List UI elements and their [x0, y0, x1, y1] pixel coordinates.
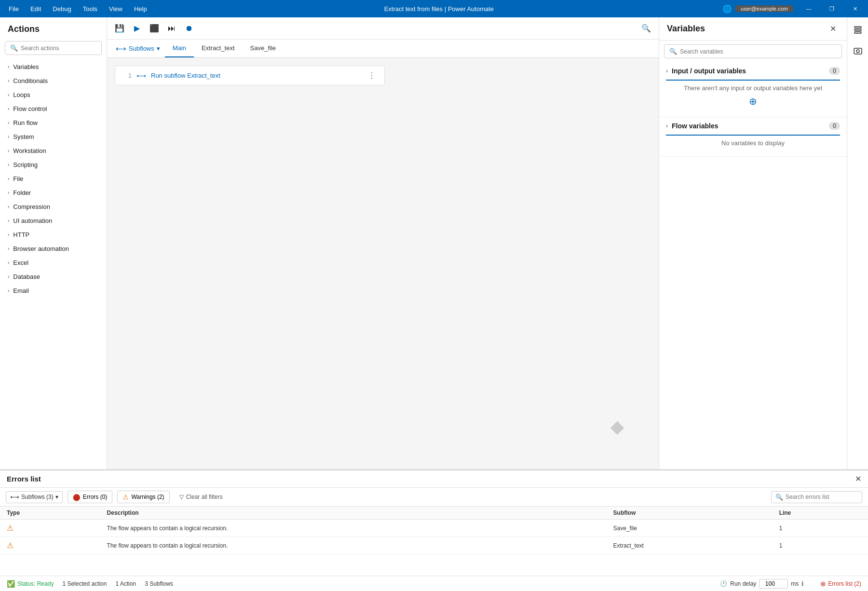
add-variable-button[interactable]: ⊕ — [666, 96, 840, 107]
record-button[interactable]: ⏺ — [181, 21, 197, 36]
layers-icon-button[interactable] — [849, 21, 867, 39]
minimize-button[interactable]: — — [798, 1, 820, 16]
flow-vars-header[interactable]: › Flow variables 0 — [659, 117, 847, 135]
actions-title: Actions — [0, 17, 107, 38]
close-button[interactable]: ✕ — [844, 1, 866, 16]
variables-search-input[interactable] — [680, 48, 837, 55]
action-item-label: Scripting — [13, 161, 38, 168]
canvas-search-button[interactable]: 🔍 — [638, 21, 654, 36]
action-item-ui-automation[interactable]: › UI automation — [0, 214, 107, 228]
errors-filter-button[interactable]: ⬤ Errors (0) — [68, 491, 113, 503]
action-item-label: UI automation — [13, 217, 52, 224]
subflows-icon: ⟷ — [116, 44, 126, 53]
chevron-icon: › — [8, 218, 9, 223]
action-item-folder[interactable]: › Folder — [0, 186, 107, 200]
action-item-label: Workstation — [13, 147, 46, 154]
step-button[interactable]: ⏭ — [164, 21, 179, 36]
window-title: Extract text from files | Power Automate — [156, 5, 722, 13]
action-item-label: Loops — [13, 91, 30, 98]
menu-help[interactable]: Help — [129, 3, 152, 14]
actions-list: › Variables › Conditionals › Loops › Flo… — [0, 60, 107, 469]
tab-extract-text[interactable]: Extract_text — [194, 40, 243, 57]
action-item-loops[interactable]: › Loops — [0, 88, 107, 102]
action-item-run-flow[interactable]: › Run flow — [0, 116, 107, 130]
table-row[interactable]: ⚠ The flow appears to contain a logical … — [0, 520, 868, 537]
status-ready: ✅ Status: Ready — [7, 580, 54, 588]
menu-file[interactable]: File — [4, 3, 24, 14]
save-button[interactable]: 💾 — [112, 21, 127, 36]
warnings-filter-button[interactable]: ⚠ Warnings (2) — [117, 491, 169, 503]
action-item-browser-automation[interactable]: › Browser automation — [0, 242, 107, 256]
variables-panel: Variables ✕ 🔍 › Input / output variables… — [659, 17, 847, 469]
subflows-filter-button[interactable]: ⟷ Subflows (3) ▾ — [6, 491, 63, 503]
action-item-compression[interactable]: › Compression — [0, 200, 107, 214]
subflows-button[interactable]: ⟷ Subflows ▾ — [111, 41, 165, 57]
menu-debug[interactable]: Debug — [48, 3, 76, 14]
action-item-label: Browser automation — [13, 245, 69, 252]
step-label: Run subflow Extract_text — [151, 72, 220, 79]
errors-list-link[interactable]: ⊗ Errors list (2) — [820, 580, 861, 588]
step-menu-button[interactable]: ⋮ — [366, 71, 378, 80]
action-item-email[interactable]: › Email — [0, 284, 107, 298]
action-item-database[interactable]: › Database — [0, 270, 107, 284]
section-count: 0 — [829, 122, 840, 130]
error-line: 1 — [773, 520, 868, 537]
action-item-system[interactable]: › System — [0, 130, 107, 144]
image-icon-button[interactable] — [849, 42, 867, 60]
action-item-label: Email — [13, 287, 29, 294]
chevron-icon: › — [8, 288, 9, 293]
action-item-variables[interactable]: › Variables — [0, 60, 107, 74]
svg-point-4 — [856, 50, 859, 53]
action-item-label: Database — [13, 273, 40, 280]
variables-search-box[interactable]: 🔍 — [664, 44, 842, 58]
action-item-conditionals[interactable]: › Conditionals — [0, 74, 107, 88]
error-description: The flow appears to contain a logical re… — [100, 537, 607, 554]
tabs-bar: ⟷ Subflows ▾ Main Extract_text Save_file — [107, 40, 659, 58]
clear-filters-button[interactable]: ▽ Clear all filters — [175, 492, 228, 502]
run-delay-section: 🕐 Run delay ms ℹ — [720, 579, 804, 589]
window-controls: — ❐ ✕ — [798, 1, 868, 16]
action-item-label: Folder — [13, 189, 31, 196]
input-output-vars-section: › Input / output variables 0 There aren'… — [659, 62, 847, 117]
action-item-http[interactable]: › HTTP — [0, 228, 107, 242]
subflows-chevron-icon: ▾ — [157, 45, 160, 52]
run-delay-input[interactable] — [759, 579, 788, 589]
input-output-vars-header[interactable]: › Input / output variables 0 — [659, 62, 847, 80]
run-button[interactable]: ▶ — [129, 21, 145, 36]
variables-header: Variables ✕ — [659, 17, 847, 41]
action-item-workstation[interactable]: › Workstation — [0, 144, 107, 158]
table-row[interactable]: ⚠ The flow appears to contain a logical … — [0, 537, 868, 554]
action-count: 1 Action — [115, 580, 136, 587]
action-item-excel[interactable]: › Excel — [0, 256, 107, 270]
menu-tools[interactable]: Tools — [78, 3, 102, 14]
tab-save-file[interactable]: Save_file — [243, 40, 284, 57]
col-line: Line — [773, 507, 868, 520]
action-item-flow-control[interactable]: › Flow control — [0, 102, 107, 116]
errors-link-label: Errors list (2) — [828, 580, 861, 587]
maximize-button[interactable]: ❐ — [821, 1, 843, 16]
section-chevron-icon: › — [666, 68, 668, 74]
errors-search-input[interactable] — [786, 494, 858, 500]
actions-search-box[interactable]: 🔍 — [5, 41, 102, 55]
tab-main[interactable]: Main — [165, 40, 194, 57]
errors-close-button[interactable]: ✕ — [855, 474, 861, 483]
stop-button[interactable]: ⬛ — [147, 21, 162, 36]
clock-icon: 🕐 — [720, 580, 727, 587]
chevron-icon: › — [8, 92, 9, 97]
flow-step-1[interactable]: 1 ⟷ Run subflow Extract_text ⋮ — [115, 66, 385, 85]
selected-action-count: 1 Selected action — [62, 580, 107, 587]
actions-search-input[interactable] — [21, 45, 96, 52]
errors-search-box[interactable]: 🔍 — [771, 491, 862, 503]
subflows-count: 3 Subflows — [145, 580, 173, 587]
menu-edit[interactable]: Edit — [26, 3, 46, 14]
flow-vars-body: No variables to display — [659, 136, 847, 152]
chevron-icon: › — [8, 64, 9, 69]
subflows-label: Subflows — [129, 45, 154, 52]
run-delay-label: Run delay — [730, 580, 756, 587]
filter-icon: ▽ — [179, 494, 184, 500]
account-icon[interactable]: 🌐 — [722, 4, 732, 14]
action-item-file[interactable]: › File — [0, 172, 107, 186]
action-item-scripting[interactable]: › Scripting — [0, 158, 107, 172]
variables-close-button[interactable]: ✕ — [827, 23, 839, 34]
menu-view[interactable]: View — [104, 3, 127, 14]
